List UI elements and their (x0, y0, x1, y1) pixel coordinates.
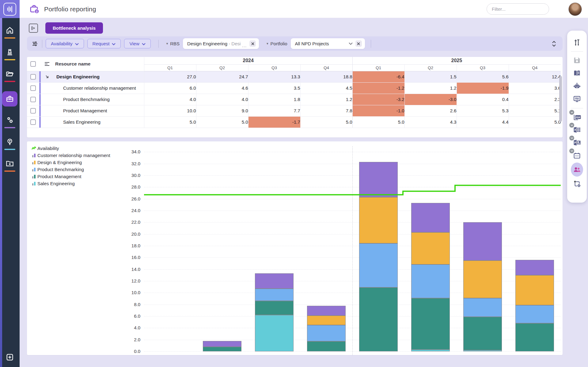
home-icon (5, 26, 14, 35)
chevron-down-icon (112, 43, 116, 45)
table-vertical-scrollbar[interactable] (559, 76, 562, 122)
toolbar-divider (158, 40, 159, 48)
collapse-arrow-icon[interactable] (39, 75, 55, 79)
sidebar-item-projects[interactable] (4, 69, 15, 82)
request-dropdown[interactable]: Request (87, 39, 121, 48)
rbs-filter-chip[interactable]: Design Engineering - Desi ... (183, 38, 259, 49)
filter-toolbar: Availability Request View ▾ RBS Design E… (27, 36, 563, 51)
chevron-badge-icon (569, 136, 574, 140)
y-axis-tick-label: 22.0 (116, 219, 140, 225)
triangle-down-icon: ▾ (166, 42, 168, 46)
y-axis-tick-label: 0.0 (116, 349, 140, 354)
row-checkbox[interactable] (30, 108, 36, 114)
export-schedule-button[interactable] (571, 149, 583, 162)
quarter-header: Q4 (509, 64, 561, 71)
value-cell: 5.1 (509, 105, 561, 116)
assistant-bot-button[interactable] (571, 80, 583, 92)
expand-collapse-rows-icon[interactable] (552, 40, 556, 47)
resource-name-header: Resource name (27, 57, 144, 71)
availability-dropdown[interactable]: Availability (46, 39, 84, 48)
collapse-panel-button[interactable] (29, 24, 38, 33)
sidebar-item-home[interactable] (4, 26, 15, 39)
resources-people-button[interactable] (571, 163, 583, 176)
sidebar-item-favorites[interactable] (4, 159, 15, 172)
quarter-header: Q3 (457, 64, 509, 71)
export-powerpoint-button[interactable]: P (571, 137, 583, 149)
handbook-button[interactable] (571, 67, 583, 79)
sidebar-item-ideas[interactable] (4, 137, 15, 150)
active-item-background (571, 163, 583, 177)
sliders-icon (573, 38, 581, 46)
value-cell: 5.0 (196, 116, 248, 128)
y-axis-tick-label: 34.0 (116, 149, 140, 154)
value-cell: -3.2 (352, 94, 404, 105)
resource-table-panel: Resource name20242025Q1Q2Q3Q4Q1Q2Q3Q4 De… (27, 57, 563, 137)
chevron-down-icon (75, 43, 79, 45)
sidebar-item-settings[interactable] (4, 116, 15, 128)
row-tree-cell (39, 82, 55, 94)
y-axis-tick-label: 14.0 (116, 267, 140, 272)
value-cell: 13.3 (248, 71, 300, 82)
legend-item[interactable]: Availability (32, 146, 110, 151)
view-dropdown[interactable]: View (124, 39, 150, 48)
row-checkbox[interactable] (30, 119, 36, 125)
rbs-chip-suffix: - Desi (227, 41, 241, 46)
value-cell: 7.8 (300, 105, 352, 116)
value-cell: 2.6 (404, 105, 457, 116)
presentation-mode-button[interactable] (571, 93, 583, 105)
row-checkbox-cell (27, 82, 39, 94)
value-cell: 1.8 (248, 94, 300, 105)
rbs-filter-label[interactable]: ▾ RBS (166, 41, 180, 46)
row-checkbox[interactable] (30, 74, 36, 80)
value-cell: 27.0 (144, 71, 196, 82)
row-checkbox[interactable] (30, 85, 36, 91)
group-accent-bar (39, 117, 41, 128)
export-excel-button[interactable]: X (571, 124, 583, 136)
table-row: Customer relationship management6.04.63.… (27, 82, 561, 94)
save-button[interactable] (571, 54, 583, 66)
group-accent-bar (39, 94, 41, 105)
app-logo[interactable] (0, 0, 20, 18)
line-series-icon (32, 146, 36, 150)
bar-series-icon (32, 167, 36, 171)
tree-collapse-icon[interactable] (39, 62, 55, 66)
open-folder-icon (5, 69, 14, 78)
legend-item[interactable]: Customer relationship management (32, 153, 110, 158)
view-settings-button[interactable] (571, 36, 583, 48)
svg-text:P: P (574, 141, 576, 144)
y-axis-tick-label: 24.0 (116, 208, 140, 213)
export-pdf-button[interactable]: PDF (571, 111, 583, 123)
legend-item[interactable]: Design & Engineering (32, 160, 110, 165)
value-cell: 5.0 (144, 116, 196, 128)
table-row: Product Benchmarking4.04.01.81.2-3.2-3.0… (27, 94, 561, 105)
portfolio-filter-label[interactable]: ▾ Portfolio (267, 41, 287, 46)
sidebar-add-button[interactable] (0, 353, 20, 361)
portfolio-chip-close-button[interactable] (355, 40, 362, 47)
sidebar-item-strategy[interactable] (4, 48, 15, 60)
adjustments-icon[interactable] (31, 40, 39, 47)
legend-item[interactable]: Product Benchmarking (32, 167, 110, 172)
chevron-badge-icon (569, 123, 574, 128)
select-all-checkbox[interactable] (30, 61, 36, 67)
overflow-dots: ... (242, 43, 247, 49)
y-axis-tick-label: 32.0 (116, 161, 140, 166)
y-axis-tick-label: 18.0 (116, 243, 140, 248)
table-row: Design Engineering27.024.713.318.8-6.41.… (27, 71, 561, 82)
row-checkbox[interactable] (30, 97, 36, 102)
user-avatar[interactable] (568, 2, 582, 16)
legend-item[interactable]: Product Management (32, 174, 110, 179)
table-head: Resource name20242025Q1Q2Q3Q4Q1Q2Q3Q4 (27, 57, 561, 71)
quarter-header: Q2 (196, 64, 248, 71)
value-cell: 1.2 (300, 94, 352, 105)
bottleneck-analysis-button[interactable]: Bottleneck analysis (45, 22, 103, 34)
legend-item[interactable]: Sales Engineering (32, 181, 110, 186)
workflow-button[interactable] (571, 178, 583, 190)
portfolio-filter-chip[interactable]: All NPD Projects (291, 38, 365, 49)
value-cell: 4.3 (404, 116, 457, 128)
sidebar-item-portfolio[interactable] (2, 91, 17, 107)
quarter-header: Q2 (404, 64, 457, 71)
strategy-underline (4, 59, 15, 60)
value-cell: 3.5 (248, 82, 300, 94)
rbs-chip-close-button[interactable] (249, 40, 256, 47)
filter-input[interactable] (487, 3, 549, 15)
